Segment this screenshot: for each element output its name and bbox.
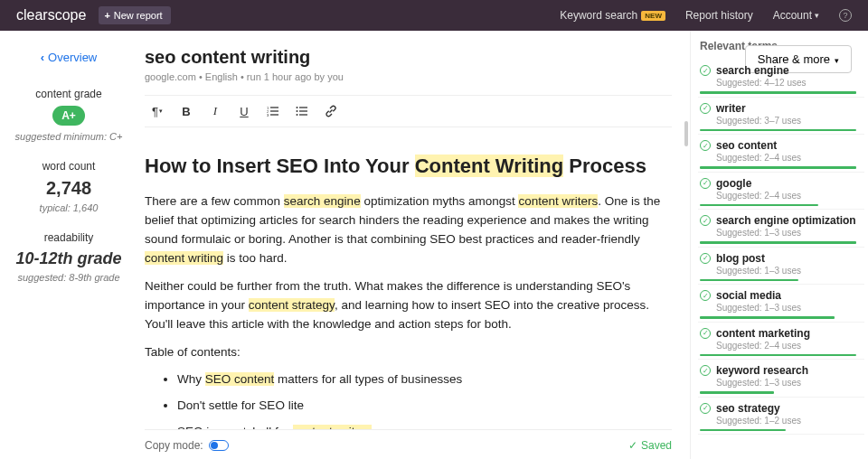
term-item[interactable]: keyword researchSuggested: 1–3 uses	[698, 360, 864, 398]
term-bar	[700, 166, 856, 169]
svg-point-11	[297, 114, 298, 116]
ordered-list-button[interactable]: 123	[260, 101, 286, 121]
term-name: search engine optimization	[716, 214, 856, 227]
term-suggested: Suggested: 1–2 uses	[716, 416, 864, 426]
paragraph: Neither could be further from the truth.…	[145, 277, 672, 334]
term-item[interactable]: content marketingSuggested: 2–4 uses	[698, 323, 864, 361]
list-item: SEO in a nutshell for content writers	[177, 423, 672, 429]
document-heading: How to Insert SEO Into Your Content Writ…	[145, 151, 672, 182]
report-title: seo content writing	[145, 47, 672, 68]
new-badge: NEW	[641, 11, 665, 21]
saved-indicator: Saved	[628, 439, 672, 452]
svg-text:3: 3	[267, 113, 269, 117]
term-name: seo content	[716, 139, 777, 152]
term-item[interactable]: search engineSuggested: 4–12 uses	[698, 60, 864, 98]
term-bar	[700, 354, 856, 357]
check-icon	[700, 140, 711, 151]
svg-point-10	[297, 110, 298, 112]
underline-button[interactable]: U	[231, 101, 257, 121]
term-name: blog post	[716, 252, 765, 265]
term-item[interactable]: blog postSuggested: 1–3 uses	[698, 248, 864, 286]
term-suggested: Suggested: 2–4 uses	[716, 191, 864, 201]
readability-note: suggested: 8-9th grade	[0, 272, 137, 283]
paragraph-format-button[interactable]: ¶	[145, 101, 170, 121]
nav-keyword-search[interactable]: Keyword search NEW	[560, 9, 665, 22]
term-bar	[700, 91, 856, 94]
topbar: clearscope New report Keyword search NEW…	[0, 0, 868, 31]
help-icon[interactable]: ?	[839, 9, 852, 22]
readability-value: 10-12th grade	[0, 249, 137, 268]
nav-keyword-search-label: Keyword search	[560, 9, 637, 22]
term-name: writer	[716, 102, 746, 115]
check-icon	[700, 215, 711, 226]
term-suggested: Suggested: 4–12 uses	[716, 78, 864, 88]
readability-label: readability	[0, 231, 137, 244]
italic-button[interactable]: I	[203, 101, 228, 121]
term-bar	[700, 391, 774, 394]
svg-point-9	[297, 107, 298, 108]
list-item: Don't settle for SEO lite	[177, 397, 672, 416]
editor-pane: seo content writing google.com • English…	[137, 31, 691, 459]
editor-footer: Copy mode: Saved	[145, 429, 672, 459]
overview-link[interactable]: Overview	[0, 51, 137, 64]
check-icon	[700, 65, 711, 76]
toc-label: Table of contents:	[145, 343, 672, 362]
term-bar	[700, 429, 786, 432]
term-bar	[700, 316, 835, 319]
check-icon	[700, 365, 711, 376]
unordered-list-button[interactable]	[289, 101, 315, 121]
check-icon	[700, 328, 711, 339]
term-suggested: Suggested: 2–4 uses	[716, 341, 864, 351]
term-item[interactable]: seo contentSuggested: 2–4 uses	[698, 135, 864, 173]
term-suggested: Suggested: 3–7 uses	[716, 116, 864, 126]
term-suggested: Suggested: 2–4 uses	[716, 153, 864, 163]
report-meta: google.com • English • run 1 hour ago by…	[145, 71, 672, 82]
list-item: Why SEO content matters for all types of…	[177, 370, 672, 389]
content-grade-value: A+	[52, 106, 85, 126]
content-grade-note: suggested minimum: C+	[0, 131, 137, 142]
editor-scrollbar[interactable]	[684, 121, 688, 146]
term-bar	[700, 204, 818, 207]
term-suggested: Suggested: 1–3 uses	[716, 303, 864, 313]
term-suggested: Suggested: 1–3 uses	[716, 378, 864, 388]
document-body[interactable]: How to Insert SEO Into Your Content Writ…	[145, 138, 672, 429]
term-bar	[700, 129, 856, 132]
content-grade-label: content grade	[0, 88, 137, 100]
word-count-note: typical: 1,640	[0, 202, 137, 213]
new-report-button[interactable]: New report	[99, 6, 170, 24]
term-name: content marketing	[716, 327, 810, 340]
copy-mode-toggle[interactable]	[209, 440, 229, 451]
term-item[interactable]: writerSuggested: 3–7 uses	[698, 98, 864, 136]
relevant-terms-panel: Relevant terms search engineSuggested: 4…	[691, 31, 868, 459]
copy-mode-label: Copy mode:	[145, 439, 203, 452]
toc-list: Why SEO content matters for all types of…	[145, 370, 672, 429]
term-item[interactable]: seo strategySuggested: 1–2 uses	[698, 398, 864, 436]
term-name: google	[716, 177, 751, 190]
term-name: keyword research	[716, 364, 808, 377]
link-button[interactable]	[318, 101, 344, 121]
check-icon	[700, 403, 711, 414]
term-suggested: Suggested: 1–3 uses	[716, 228, 864, 238]
term-bar	[700, 241, 856, 244]
term-name: search engine	[716, 64, 789, 77]
check-icon	[700, 253, 711, 264]
check-icon	[700, 103, 711, 114]
term-name: seo strategy	[716, 402, 780, 415]
term-bar	[700, 279, 798, 282]
nav-account[interactable]: Account	[773, 9, 819, 22]
logo: clearscope	[16, 7, 86, 23]
term-item[interactable]: search engine optimizationSuggested: 1–3…	[698, 210, 864, 248]
metrics-sidebar: Overview content grade A+ suggested mini…	[0, 31, 137, 459]
word-count-label: word count	[0, 160, 137, 173]
check-icon	[700, 178, 711, 189]
term-item[interactable]: googleSuggested: 2–4 uses	[698, 173, 864, 211]
term-name: social media	[716, 289, 781, 302]
word-count-value: 2,748	[0, 178, 137, 199]
nav-report-history[interactable]: Report history	[685, 9, 753, 22]
bold-button[interactable]: B	[174, 101, 199, 121]
paragraph: There are a few common search engine opt…	[145, 192, 672, 268]
term-suggested: Suggested: 1–3 uses	[716, 266, 864, 276]
check-icon	[700, 290, 711, 301]
term-item[interactable]: social mediaSuggested: 1–3 uses	[698, 285, 864, 323]
editor-toolbar: ¶ B I U 123	[145, 95, 672, 127]
